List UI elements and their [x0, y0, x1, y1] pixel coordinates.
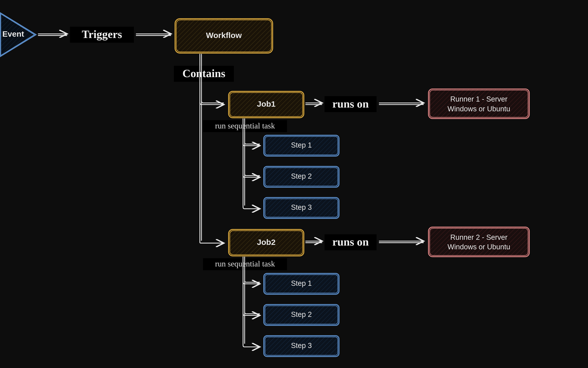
runner2-line2: Windows or Ubuntu — [447, 243, 510, 251]
job2-step3-label: Step 3 — [291, 341, 312, 350]
job1-step2-node: Step 2 — [264, 166, 339, 187]
runner2-line1: Runner 2 - Server — [450, 233, 508, 241]
edge-contains: Contains — [174, 66, 234, 82]
svg-rect-40 — [428, 227, 529, 257]
workflow-label: Workflow — [206, 31, 242, 40]
edge-job2-runs-on: runs on — [306, 234, 424, 250]
svg-text:run sequential task: run sequential task — [215, 121, 275, 130]
job1-node: Job1 — [229, 91, 304, 118]
svg-rect-23 — [428, 89, 529, 119]
contains-label: Contains — [183, 67, 225, 80]
runner1-node: Runner 1 - Server Windows or Ubuntu — [428, 89, 529, 119]
edge-triggers: Triggers — [38, 27, 171, 43]
runner1-line2: Windows or Ubuntu — [447, 105, 510, 113]
workflow-node: Workflow — [175, 19, 272, 53]
job1-step1-node: Step 1 — [264, 135, 339, 156]
job2-step1-node: Step 1 — [264, 273, 339, 294]
edge-job1-runs-on: runs on — [306, 96, 424, 112]
job1-label: Job1 — [257, 99, 276, 109]
job2-step2-node: Step 2 — [264, 305, 339, 325]
job1-step1-label: Step 1 — [291, 141, 312, 149]
job2-step1-label: Step 1 — [291, 279, 312, 287]
job2-step3-node: Step 3 — [264, 336, 339, 357]
job1-step2-label: Step 2 — [291, 172, 312, 180]
job2-step2-label: Step 2 — [291, 311, 312, 318]
runner2-node: Runner 2 - Server Windows or Ubuntu — [428, 227, 529, 257]
job1-step3-node: Step 3 — [264, 198, 339, 218]
svg-text:run sequential task: run sequential task — [215, 259, 275, 268]
job2-runs-on-label: runs on — [332, 236, 369, 248]
event-label: Event — [2, 29, 24, 39]
job1-runs-on-label: runs on — [332, 98, 369, 110]
runner1-line1: Runner 1 - Server — [450, 95, 508, 103]
job2-label: Job2 — [257, 238, 276, 247]
event-node: Event — [0, 13, 36, 57]
triggers-label: Triggers — [82, 28, 122, 40]
job2-node: Job2 — [229, 230, 304, 256]
job1-step3-label: Step 3 — [291, 203, 312, 211]
